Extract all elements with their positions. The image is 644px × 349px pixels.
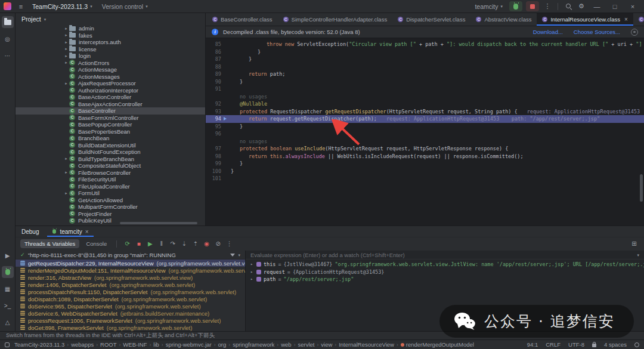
stop-button[interactable] (526, 1, 539, 11)
chevron-right-icon[interactable]: ▸ (63, 191, 69, 196)
stack-frame[interactable]: doService:965, DispatcherServlet (org.sp… (16, 302, 245, 310)
gutter-line-number[interactable]: 86 (206, 48, 227, 56)
gutter-line-number[interactable]: 94 (206, 115, 227, 123)
chevron-right-icon[interactable]: ▸ (63, 26, 69, 31)
tree-item-admin[interactable]: ▸admin (16, 25, 205, 32)
project-widget[interactable]: TeamCity-2023.11.3 ▾ (29, 1, 96, 12)
code-line-96[interactable]: 96 (206, 130, 644, 138)
editor-tab-AbstractView.class[interactable]: CAbstractView.class (470, 13, 537, 26)
code-line-98[interactable]: 98return this.alwaysInclude || WebUtils.… (206, 153, 644, 160)
tree-item-MultipartFormController[interactable]: CMultipartFormController (16, 203, 205, 211)
variable-request[interactable]: ▸request = {ApplicationHttpRequest@31453… (246, 268, 644, 276)
file-encoding[interactable]: UTF-8 (568, 341, 584, 348)
more-actions-icon[interactable]: ⋮ (542, 1, 553, 12)
run-config-widget[interactable]: teamcity ▾ (471, 1, 506, 12)
stack-frame[interactable]: processRequest:1006, FrameworkServlet (o… (16, 317, 245, 324)
code-line-101[interactable]: 101 (206, 175, 644, 183)
tree-item-license[interactable]: ▸license (16, 46, 205, 53)
breadcrumb-web[interactable]: web (281, 341, 291, 348)
gutter-line-number[interactable]: 96 (206, 130, 227, 138)
chevron-right-icon[interactable]: ▸ (63, 170, 69, 175)
editor-widget-icon[interactable] (631, 29, 638, 36)
close-icon[interactable]: × (624, 16, 628, 23)
breadcrumb-servlet[interactable]: servlet (298, 341, 314, 348)
gutter-line-number[interactable]: 97 (206, 145, 227, 153)
step-over-icon[interactable]: ↷ (168, 240, 178, 247)
tree-item-ActionErrors[interactable]: ▸CActionErrors (16, 60, 205, 67)
indent-setting[interactable]: 4 spaces (604, 341, 627, 348)
evaluate-expression-input[interactable]: Evaluate expression (Enter) or add a wat… (246, 251, 644, 260)
code-line-89[interactable]: 89return path; (206, 70, 644, 78)
vcs-widget[interactable]: Version control ▾ (98, 1, 151, 12)
variable-this[interactable]: ▸this = {JstlView@31467} "org.springfram… (246, 261, 644, 268)
settings-icon[interactable]: ⚙ (576, 1, 587, 12)
debug-button[interactable] (509, 1, 522, 11)
code-line-100[interactable]: 100} (206, 168, 644, 175)
stack-frame[interactable]: renderMergedOutputModel:151, InternalRes… (16, 267, 245, 274)
chevron-right-icon[interactable]: ▸ (63, 33, 69, 38)
workspace-icon[interactable] (5, 342, 10, 347)
tree-item-BaseActionController[interactable]: CBaseActionController (16, 94, 205, 101)
gutter-line-number[interactable] (206, 93, 227, 101)
chevron-right-icon[interactable]: ▸ (63, 81, 69, 86)
gutter-line-number[interactable]: 87 (206, 55, 227, 63)
view-breakpoints-icon[interactable]: ◉ (202, 240, 212, 247)
tree-item-BuildDataExtensionUtil[interactable]: CBuildDataExtensionUtil (16, 142, 205, 149)
tree-item-BasePopupController[interactable]: CBasePopupController (16, 121, 205, 128)
code-line-86[interactable]: 86} (206, 48, 644, 56)
tree-item-CompositeStatefulObject[interactable]: CCompositeStatefulObject (16, 162, 205, 169)
editor-tab-DispatcherServlet.class[interactable]: CDispatcherServlet.class (392, 13, 470, 26)
search-everywhere-icon[interactable] (563, 1, 574, 12)
horizontal-scrollbar[interactable] (120, 222, 197, 224)
tool-stripe-run-icon[interactable]: ▶ (2, 249, 14, 261)
code-line-93[interactable]: 93protected RequestDispatcher getRequest… (206, 108, 644, 116)
breadcrumb-webapps[interactable]: webapps (71, 341, 94, 348)
gutter-line-number[interactable]: 93 (206, 108, 227, 116)
chevron-right-icon[interactable]: ▸ (63, 156, 69, 161)
rerun-icon[interactable]: ⟳ (122, 240, 132, 247)
breadcrumb-InternalResourceView[interactable]: InternalResourceView (339, 341, 394, 348)
step-out-icon[interactable]: ⇡ (190, 240, 200, 247)
tree-item-BranchBean[interactable]: CBranchBean (16, 135, 205, 142)
gutter-line-number[interactable]: 101 (206, 175, 227, 183)
tool-stripe-terminal-icon[interactable]: >_ (2, 299, 14, 311)
chevron-right-icon[interactable]: ▸ (249, 270, 254, 274)
tree-item-AjaxRequestProcessor[interactable]: ▸CAjaxRequestProcessor (16, 80, 205, 87)
chevron-right-icon[interactable]: ▸ (249, 277, 254, 282)
code-line-99[interactable]: 99} (206, 160, 644, 168)
tree-item-fakes[interactable]: ▸fakes (16, 32, 205, 39)
tool-stripe-debug-icon[interactable] (2, 266, 14, 278)
code-line-92[interactable]: 92@Nullable (206, 100, 644, 108)
read-only-lock-icon[interactable] (592, 344, 596, 347)
tool-stripe-structure-icon[interactable]: ⋯ (2, 50, 14, 61)
line-ending[interactable]: CRLF (546, 341, 561, 348)
editor-tab-InternalResourceView.class[interactable]: CInternalResourceView.class× (537, 13, 633, 26)
chevron-down-icon[interactable]: ▾ (238, 253, 240, 257)
tree-item-BaseAjaxActionController[interactable]: CBaseAjaxActionController (16, 101, 205, 108)
tree-item-BasePropertiesBean[interactable]: CBasePropertiesBean (16, 128, 205, 135)
tree-item-ActionMessage[interactable]: CActionMessage (16, 66, 205, 73)
tree-item-BuildTypeBranchBean[interactable]: ▸CBuildTypeBranchBean (16, 156, 205, 163)
editor-tab-SimpleControllerHandlerAdapter.class[interactable]: CSimpleControllerHandlerAdapter.class (278, 13, 393, 26)
step-into-icon[interactable]: ⇣ (179, 240, 189, 247)
tool-stripe-problems-icon[interactable]: △ (2, 316, 14, 328)
code-line-97[interactable]: 97protected boolean useInclude(HttpServl… (206, 145, 644, 153)
editor-tab-BaseController.class[interactable]: CBaseController.class (207, 13, 278, 26)
code-line-88[interactable]: 88 (206, 63, 644, 71)
tree-item-BuildNotFoundException[interactable]: CBuildNotFoundException (16, 149, 205, 156)
editor-tab-Abstrac[interactable]: CAbstrac (633, 13, 644, 26)
stack-frame[interactable]: processDispatchResult:1150, DispatcherSe… (16, 288, 245, 295)
chevron-right-icon[interactable]: ▸ (63, 40, 69, 45)
breadcrumb-view[interactable]: view (321, 341, 332, 348)
pause-icon[interactable]: ‖ (156, 240, 166, 247)
filter-icon[interactable] (230, 254, 235, 257)
code-line-85[interactable]: 85throw new ServletException("Circular v… (206, 41, 644, 48)
code-line-94[interactable]: 94return request.getRequestDispatcher(pa… (206, 115, 644, 123)
stack-frame[interactable]: getRequestDispatcher:229, InternalResour… (16, 260, 245, 267)
breadcrumb-org[interactable]: org (218, 341, 227, 348)
gutter-line-number[interactable]: 99 (206, 160, 227, 168)
main-menu-icon[interactable]: ≡ (16, 1, 26, 12)
mute-breakpoints-icon[interactable]: ⊘ (213, 240, 223, 247)
tree-item-ProjectFinder[interactable]: CProjectFinder (16, 211, 205, 218)
tree-item-FileUploadController[interactable]: CFileUploadController (16, 183, 205, 190)
